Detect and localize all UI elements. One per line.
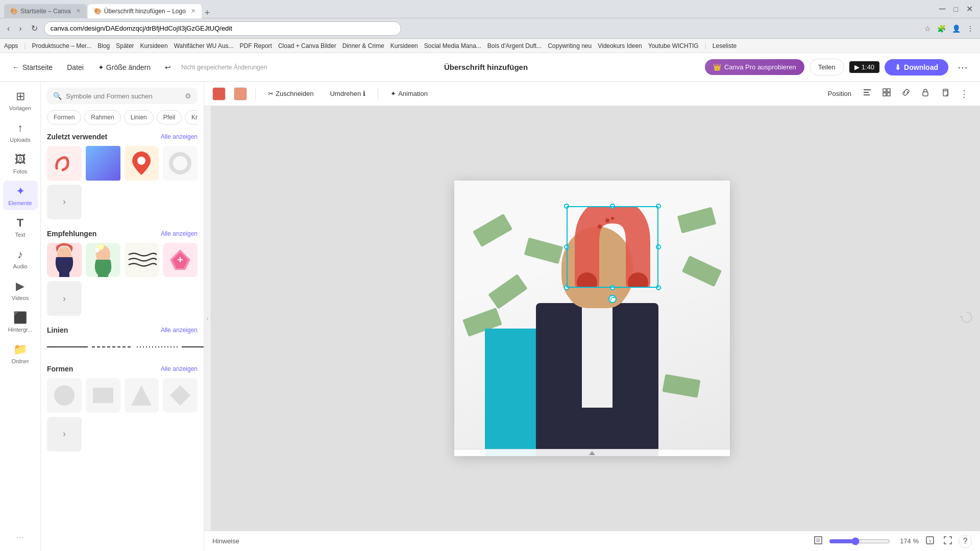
sidebar-more-dots[interactable]: ··· [12,528,28,547]
animation-button[interactable]: ✦ Animation [386,87,432,101]
more-options-button[interactable]: ⋯ [953,59,972,76]
lines-see-all[interactable]: Alle anzeigen [161,327,198,334]
selection-handle-tr[interactable] [656,204,661,209]
shape-rectangle[interactable] [86,378,120,413]
bookmark-star-icon[interactable]: ☆ [922,22,933,35]
recent-shape-3[interactable] [125,146,159,181]
lock-icon-btn[interactable] [918,85,933,103]
grid-icon-btn[interactable] [879,85,894,103]
rec-item-3[interactable] [125,243,159,278]
recent-shape-4[interactable] [163,146,198,181]
link-icon-btn[interactable] [898,85,914,103]
recommendations-see-all[interactable]: Alle anzeigen [161,230,198,237]
rec-item-more[interactable]: › [47,281,82,316]
selection-handle-tl[interactable] [564,204,569,209]
canva-pro-button[interactable]: 👑 Canva Pro ausprobieren [705,59,804,75]
canvas-design[interactable] [454,181,730,456]
fullscreen-button[interactable] [941,534,954,549]
bookmark-kursideen2[interactable]: Kursideen [390,42,418,49]
browser-settings-icon[interactable]: ⋮ [965,22,976,35]
color-swatch-2[interactable] [234,87,247,101]
selection-handle-bl[interactable] [564,285,569,290]
pill-formen[interactable]: Formen [47,110,81,124]
browser-close-icon[interactable]: ✕ [963,4,976,14]
browser-tab-1[interactable]: 🎨 Startseite – Canva ✕ [4,4,87,18]
page-count-btn[interactable]: 1 [923,533,937,549]
pill-rahmen[interactable]: Rahmen [84,110,120,124]
bookmark-social[interactable]: Social Media Mana... [424,42,481,49]
pill-linien[interactable]: Linien [124,110,154,124]
canvas-refresh-button[interactable] [960,310,974,327]
bookmark-dinner[interactable]: Dinner & Crime [342,42,384,49]
zoom-page-icon-btn[interactable] [812,534,825,549]
sidebar-item-videos[interactable]: ▶ Videos [3,276,38,305]
back-button[interactable]: ‹ [4,22,13,35]
line-solid[interactable] [47,342,88,352]
shape-circle[interactable] [47,378,82,413]
address-input[interactable] [44,21,401,36]
bookmark-youtube[interactable]: Youtube WICHTIG [648,42,699,49]
recent-shape-2[interactable] [86,146,120,181]
selection-handle-br[interactable] [656,285,661,290]
new-tab-button[interactable]: + [203,8,212,18]
undo-button[interactable]: ↩ [161,60,175,74]
sidebar-item-vorlagen[interactable]: ⊞ Vorlagen [3,86,38,115]
bookmark-bois[interactable]: Bois d'Argent Duft... [487,42,542,49]
rec-item-1[interactable] [47,243,82,278]
share-button[interactable]: Teilen [810,59,844,76]
search-input[interactable] [66,92,181,100]
sidebar-item-hintergrund[interactable]: ⬛ Hintergr... [3,307,38,337]
canvas-left-panel-toggle[interactable]: ‹ [204,106,211,531]
filter-icon[interactable]: ⚙ [185,92,191,100]
bookmark-pdf[interactable]: PDF Report [240,42,272,49]
bookmark-blog[interactable]: Blog [97,42,110,49]
browser-extensions-icon[interactable]: 🧩 [935,22,948,35]
sidebar-item-ordner[interactable]: 📁 Ordner [3,339,38,368]
crop-button[interactable]: ✂ Zuschneiden [264,87,317,101]
browser-minimize-icon[interactable]: ─ [936,4,949,14]
bookmark-video[interactable]: Videokurs Ideen [598,42,642,49]
line-dotted[interactable] [137,342,178,352]
download-button[interactable]: ⬇ Download [885,59,948,76]
browser-maximize-icon[interactable]: □ [951,5,961,13]
selection-handle-mr[interactable] [656,244,661,249]
rotation-handle[interactable] [608,295,617,303]
bookmark-leseliste[interactable]: Leseliste [713,42,737,49]
pill-krei[interactable]: Krei [185,110,198,124]
sidebar-item-elemente[interactable]: ✦ Elemente [3,181,38,210]
bookmark-wahl[interactable]: Wahlfächer WU Aus... [174,42,234,49]
forward-button[interactable]: › [16,22,24,35]
flip-button[interactable]: Umdrehen ℹ [326,87,370,101]
more-toolbar-icon-btn[interactable]: ⋮ [957,85,972,103]
shapes-see-all[interactable]: Alle anzeigen [161,365,198,372]
rec-item-2[interactable] [86,243,120,278]
copy-icon-btn[interactable] [937,85,952,103]
browser-tab-2[interactable]: 🎨 Überschrift hinzufügen – Logo ✕ [88,4,202,18]
help-button[interactable]: ? [959,535,972,548]
shape-triangle[interactable] [125,378,159,413]
file-menu[interactable]: Datei [63,60,88,74]
tab-close-2[interactable]: ✕ [191,8,195,14]
sidebar-item-text[interactable]: T Text [3,212,38,242]
selection-handle-tm[interactable] [610,204,615,209]
tab-close-1[interactable]: ✕ [76,8,81,14]
canvas-scroll[interactable]: ‹ [204,106,980,531]
reload-button[interactable]: ↻ [28,21,41,35]
color-swatch-1[interactable] [212,87,226,101]
home-button[interactable]: ← Startseite [8,60,57,74]
sidebar-item-audio[interactable]: ♪ Audio [3,244,38,273]
rec-item-4[interactable] [163,243,198,278]
bookmark-spaeter[interactable]: Später [116,42,134,49]
shape-more[interactable]: › [47,417,82,452]
canvas-blue-rect[interactable] [485,329,536,456]
pill-pfeil[interactable]: Pfeil [157,110,182,124]
selection-handle-bm[interactable] [610,285,615,290]
position-button[interactable]: Position [824,87,855,101]
bookmark-produktsuche[interactable]: Produktsuche – Mer... [32,42,91,49]
line-arrow[interactable] [182,342,204,352]
recent-shape-1[interactable] [47,146,82,181]
bookmark-copy[interactable]: Copywriting neu [548,42,592,49]
sidebar-item-uploads[interactable]: ↑ Uploads [3,117,38,147]
recent-shape-more[interactable]: › [47,185,82,219]
recently-used-see-all[interactable]: Alle anzeigen [161,133,198,140]
